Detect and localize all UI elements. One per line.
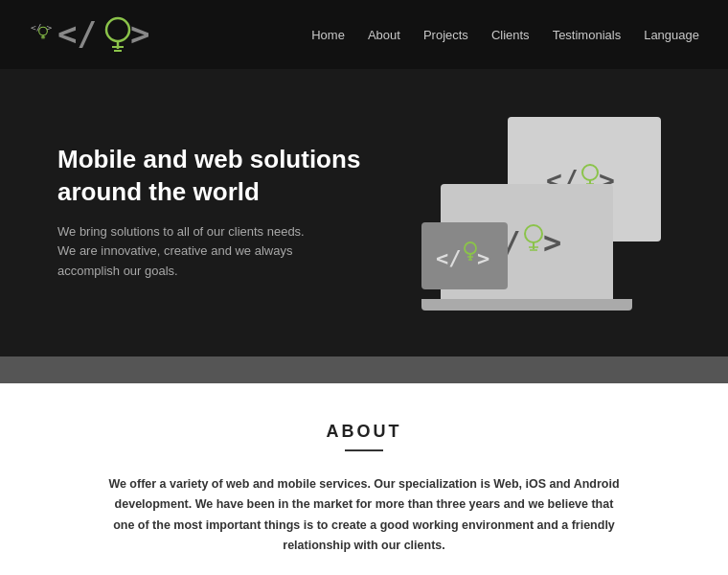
about-section: ABOUT We offer a variety of web and mobi… [0, 383, 728, 575]
nav-item-clients[interactable]: Clients [491, 26, 530, 43]
svg-text:</: </ [436, 246, 462, 270]
hero-bottom-bar [0, 356, 728, 383]
device-laptop-base [421, 299, 632, 310]
about-underline [345, 449, 383, 451]
svg-text:</: </ [57, 14, 97, 53]
about-description: We offer a variety of web and mobile ser… [105, 474, 623, 556]
svg-point-19 [525, 225, 542, 242]
svg-text:>: > [477, 246, 489, 270]
tablet-logo: </ > [436, 235, 493, 277]
hero-text: Mobile and web solutions around the worl… [57, 144, 364, 282]
nav-item-language[interactable]: Language [644, 26, 699, 43]
logo[interactable]: </ > </ > [29, 11, 172, 58]
logo-full: </ > [57, 11, 172, 58]
navbar: </ > </ > Home About Projects Clients Te… [0, 0, 728, 69]
svg-point-13 [582, 165, 598, 180]
hero-devices: </ > </ > </ [364, 107, 671, 318]
nav-item-home[interactable]: Home [311, 26, 345, 43]
device-tablet: </ > [421, 222, 508, 289]
svg-text:>: > [543, 224, 561, 261]
nav-links: Home About Projects Clients Testimonials… [311, 26, 699, 43]
hero-section: Mobile and web solutions around the worl… [0, 69, 728, 356]
svg-point-25 [465, 242, 476, 254]
nav-item-about[interactable]: About [368, 26, 400, 43]
svg-text:</: </ [31, 22, 42, 33]
nav-item-testimonials[interactable]: Testimonials [553, 26, 622, 43]
svg-text:>: > [46, 22, 52, 33]
hero-subtext: We bring solutions to all of our clients… [57, 222, 326, 282]
hero-heading: Mobile and web solutions around the worl… [57, 144, 364, 209]
nav-item-projects[interactable]: Projects [423, 26, 468, 43]
about-title: ABOUT [57, 422, 671, 442]
logo-icon: </ > [31, 22, 56, 47]
svg-text:>: > [130, 14, 149, 53]
svg-point-7 [106, 18, 129, 41]
